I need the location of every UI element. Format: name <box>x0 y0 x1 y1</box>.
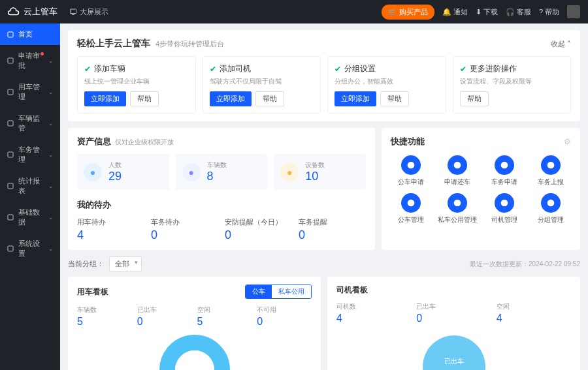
sidebar-item-系统设置[interactable]: 系统设置⌄ <box>0 233 60 264</box>
shortcut-item[interactable]: 公车管理 <box>391 193 431 224</box>
topbar: 云上管车 大屏展示 🛒购买产品 🔔通知 ⬇下载 🎧客服 ?帮助 <box>0 0 588 23</box>
svg-point-16 <box>547 200 555 207</box>
sidebar-item-基础数据[interactable]: 基础数据⌄ <box>0 202 60 233</box>
todo-title: 我的待办 <box>77 199 366 211</box>
svg-point-19 <box>423 335 485 370</box>
collapse-button[interactable]: 收起˄ <box>551 39 571 49</box>
sidebar-item-车务管理[interactable]: 车务管理⌄ <box>0 139 60 170</box>
check-icon: ✔ <box>335 65 341 74</box>
svg-rect-4 <box>8 121 13 126</box>
asset-item: ●车辆数8 <box>176 154 268 190</box>
add-button[interactable]: 立即添加 <box>335 91 376 106</box>
shortcut-icon <box>401 155 421 175</box>
stat-item: 空闲4 <box>497 302 571 324</box>
svg-rect-5 <box>8 152 13 157</box>
assets-card: 资产信息仅对企业级权限开放 ●人数29●车辆数8●设备数10 我的待办 用车待办… <box>68 128 375 250</box>
sidebar-item-用车管理[interactable]: 用车管理⌄ <box>0 76 60 108</box>
chart-icon <box>7 182 14 190</box>
todo-item[interactable]: 安防提醒（今日）0 <box>225 217 292 242</box>
shortcut-icon <box>541 155 561 175</box>
stat-item: 司机数4 <box>336 302 411 324</box>
board2-chart: 已出车 空闲 <box>336 331 571 370</box>
chevron-down-icon: ⌄ <box>48 151 54 158</box>
avatar[interactable] <box>567 5 580 18</box>
shortcut-icon <box>448 155 467 175</box>
svg-point-12 <box>547 162 555 169</box>
stat-item: 已出车0 <box>137 305 192 328</box>
svg-point-10 <box>454 162 461 169</box>
svg-point-14 <box>454 200 461 207</box>
stat-item: 车辆数5 <box>77 305 132 328</box>
help-button[interactable]: 帮助 <box>130 91 159 106</box>
chevron-down-icon: ⌄ <box>48 57 54 64</box>
screen-icon <box>69 8 77 16</box>
tab-private[interactable]: 私车公用 <box>272 285 311 298</box>
svg-point-15 <box>500 200 508 207</box>
gear-icon <box>7 245 14 253</box>
board1-title: 用车看板 <box>77 286 108 298</box>
stat-item: 不可用0 <box>257 305 312 328</box>
chevron-down-icon: ⌄ <box>48 214 54 221</box>
step-card: ✔添加车辆线上统一管理企业车辆立即添加帮助 <box>77 56 196 114</box>
shortcut-icon <box>495 193 514 213</box>
svg-point-11 <box>500 162 508 169</box>
todo-item[interactable]: 车务提醒0 <box>299 217 366 242</box>
cloud-icon <box>8 6 20 18</box>
sidebar: 首页申请审批⌄用车管理⌄车辆监管⌄车务管理⌄统计报表⌄基础数据⌄系统设置⌄ <box>0 23 60 370</box>
asset-item: ●人数29 <box>77 154 169 190</box>
service-link[interactable]: 🎧客服 <box>506 7 531 17</box>
tab-public[interactable]: 公车 <box>246 285 272 298</box>
sidebar-item-统计报表[interactable]: 统计报表⌄ <box>0 170 60 202</box>
quickstart-card: 轻松上手云上管车 4步带你玩转管理后台 收起˄ ✔添加车辆线上统一管理企业车辆立… <box>68 30 580 121</box>
help-button[interactable]: 帮助 <box>460 91 489 106</box>
notify-link[interactable]: 🔔通知 <box>442 7 468 17</box>
doc-icon <box>7 57 14 65</box>
help-button[interactable]: 帮助 <box>255 91 284 106</box>
todo-item[interactable]: 用车待办4 <box>77 217 144 242</box>
help-link[interactable]: ?帮助 <box>539 7 559 17</box>
stat-item: 已出车0 <box>416 302 491 324</box>
svg-rect-3 <box>8 89 13 95</box>
quickstart-subtitle: 4步带你玩转管理后台 <box>155 39 224 49</box>
bigscreen-link[interactable]: 大屏展示 <box>69 7 108 17</box>
add-button[interactable]: 立即添加 <box>210 91 252 106</box>
download-link[interactable]: ⬇下载 <box>476 7 498 17</box>
shortcut-item[interactable]: 私车公用管理 <box>437 193 478 224</box>
svg-rect-6 <box>8 183 13 189</box>
shortcut-icon <box>495 155 514 175</box>
badge-dot <box>41 52 44 55</box>
help-icon: ? <box>539 8 543 16</box>
stat-item: 空闲5 <box>197 305 252 328</box>
svg-rect-2 <box>8 58 13 63</box>
home-icon <box>7 31 14 39</box>
svg-rect-8 <box>8 246 13 251</box>
logo: 云上管车 <box>8 6 57 18</box>
shield-icon <box>7 119 14 127</box>
help-button[interactable]: 帮助 <box>380 91 409 106</box>
sidebar-item-申请审批[interactable]: 申请审批⌄ <box>0 45 60 76</box>
todo-item[interactable]: 车务待办0 <box>151 217 218 242</box>
check-icon: ✔ <box>210 65 216 74</box>
shortcut-item[interactable]: 公车申请 <box>391 155 431 187</box>
shortcut-item[interactable]: 司机管理 <box>484 193 525 224</box>
chevron-down-icon: ⌄ <box>48 183 54 189</box>
app-name: 云上管车 <box>24 6 57 18</box>
shortcut-item[interactable]: 车务申请 <box>484 155 525 187</box>
quickstart-title: 轻松上手云上管车 <box>77 38 150 50</box>
shortcut-item[interactable]: 车务上报 <box>531 155 571 187</box>
car-icon <box>7 88 14 96</box>
update-time: 最近一次数据更新：2024-02-22 09:52 <box>470 260 580 269</box>
buy-button[interactable]: 🛒购买产品 <box>382 5 434 20</box>
svg-rect-1 <box>8 32 13 37</box>
add-button[interactable]: 立即添加 <box>84 91 126 106</box>
step-card: ✔添加司机驾驶方式不仅局限于自驾立即添加帮助 <box>203 56 321 114</box>
gear-icon[interactable]: ⚙ <box>564 137 571 146</box>
group-select[interactable]: 全部 <box>109 256 142 271</box>
sidebar-item-车辆监管[interactable]: 车辆监管⌄ <box>0 108 60 139</box>
asset-icon: ● <box>84 163 102 181</box>
shortcut-item[interactable]: 申请还车 <box>437 155 478 187</box>
shortcut-item[interactable]: 分组管理 <box>531 193 571 224</box>
asset-icon: ● <box>280 163 299 181</box>
sidebar-item-首页[interactable]: 首页 <box>0 23 60 45</box>
svg-rect-0 <box>71 9 76 14</box>
